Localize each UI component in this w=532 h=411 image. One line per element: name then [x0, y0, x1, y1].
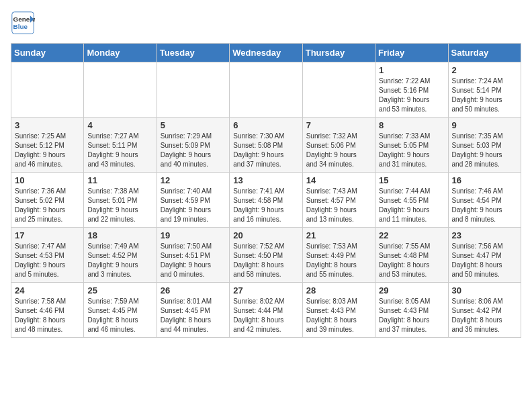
calendar-day: [302, 62, 375, 118]
calendar-day: 15Sunrise: 7:44 AM Sunset: 4:55 PM Dayli…: [375, 173, 448, 228]
calendar-day: [230, 62, 302, 118]
day-info: Sunrise: 8:03 AM Sunset: 4:43 PM Dayligh…: [306, 297, 371, 334]
day-number: 23: [452, 230, 517, 240]
day-number: 4: [87, 120, 152, 130]
day-number: 17: [15, 230, 80, 240]
calendar-day: 14Sunrise: 7:43 AM Sunset: 4:57 PM Dayli…: [302, 173, 375, 228]
day-number: 7: [306, 120, 371, 130]
day-info: Sunrise: 7:52 AM Sunset: 4:50 PM Dayligh…: [233, 242, 298, 279]
calendar-day: [84, 62, 157, 118]
day-info: Sunrise: 7:27 AM Sunset: 5:11 PM Dayligh…: [87, 132, 152, 169]
calendar-day: 22Sunrise: 7:55 AM Sunset: 4:48 PM Dayli…: [375, 228, 448, 283]
day-number: 18: [87, 230, 152, 240]
day-info: Sunrise: 7:55 AM Sunset: 4:48 PM Dayligh…: [379, 242, 444, 279]
calendar-day: 10Sunrise: 7:36 AM Sunset: 5:02 PM Dayli…: [11, 173, 84, 228]
calendar-day: 23Sunrise: 7:56 AM Sunset: 4:47 PM Dayli…: [448, 228, 521, 283]
day-info: Sunrise: 7:49 AM Sunset: 4:52 PM Dayligh…: [87, 242, 152, 279]
calendar-day: 17Sunrise: 7:47 AM Sunset: 4:53 PM Dayli…: [11, 228, 84, 283]
day-number: 28: [306, 285, 371, 295]
day-info: Sunrise: 7:38 AM Sunset: 5:01 PM Dayligh…: [87, 187, 152, 224]
calendar-day: 29Sunrise: 8:05 AM Sunset: 4:43 PM Dayli…: [375, 283, 448, 338]
day-number: 27: [233, 285, 298, 295]
calendar-day: 19Sunrise: 7:50 AM Sunset: 4:51 PM Dayli…: [157, 228, 229, 283]
calendar-day: 27Sunrise: 8:02 AM Sunset: 4:44 PM Dayli…: [230, 283, 302, 338]
calendar-day: 11Sunrise: 7:38 AM Sunset: 5:01 PM Dayli…: [84, 173, 157, 228]
day-number: 29: [379, 285, 444, 295]
calendar-day: [11, 62, 84, 118]
day-header-thursday: Thursday: [302, 44, 375, 62]
day-number: 13: [233, 175, 298, 185]
logo: General Blue: [11, 11, 35, 35]
svg-text:Blue: Blue: [13, 23, 28, 30]
day-number: 19: [161, 230, 226, 240]
calendar-day: 3Sunrise: 7:25 AM Sunset: 5:12 PM Daylig…: [11, 118, 84, 173]
day-number: 2: [452, 65, 517, 75]
day-number: 22: [379, 230, 444, 240]
day-info: Sunrise: 7:22 AM Sunset: 5:16 PM Dayligh…: [379, 77, 444, 114]
day-number: 21: [306, 230, 371, 240]
calendar-day: 20Sunrise: 7:52 AM Sunset: 4:50 PM Dayli…: [230, 228, 302, 283]
calendar-day: 4Sunrise: 7:27 AM Sunset: 5:11 PM Daylig…: [84, 118, 157, 173]
page-header: General Blue: [11, 11, 521, 35]
day-info: Sunrise: 7:35 AM Sunset: 5:03 PM Dayligh…: [452, 132, 517, 169]
calendar-day: 30Sunrise: 8:06 AM Sunset: 4:42 PM Dayli…: [448, 283, 521, 338]
day-info: Sunrise: 7:59 AM Sunset: 4:45 PM Dayligh…: [87, 297, 152, 334]
day-number: 15: [379, 175, 444, 185]
day-info: Sunrise: 8:02 AM Sunset: 4:44 PM Dayligh…: [233, 297, 298, 334]
calendar-header-row: SundayMondayTuesdayWednesdayThursdayFrid…: [11, 44, 521, 62]
day-info: Sunrise: 8:05 AM Sunset: 4:43 PM Dayligh…: [379, 297, 444, 334]
calendar-day: [157, 62, 229, 118]
day-info: Sunrise: 7:36 AM Sunset: 5:02 PM Dayligh…: [15, 187, 80, 224]
day-info: Sunrise: 7:53 AM Sunset: 4:49 PM Dayligh…: [306, 242, 371, 279]
calendar-day: 28Sunrise: 8:03 AM Sunset: 4:43 PM Dayli…: [302, 283, 375, 338]
day-header-monday: Monday: [84, 44, 157, 62]
calendar-day: 13Sunrise: 7:41 AM Sunset: 4:58 PM Dayli…: [230, 173, 302, 228]
day-number: 24: [15, 285, 80, 295]
day-info: Sunrise: 7:56 AM Sunset: 4:47 PM Dayligh…: [452, 242, 517, 279]
day-header-saturday: Saturday: [448, 44, 521, 62]
calendar-day: 2Sunrise: 7:24 AM Sunset: 5:14 PM Daylig…: [448, 62, 521, 118]
calendar-day: 5Sunrise: 7:29 AM Sunset: 5:09 PM Daylig…: [157, 118, 229, 173]
day-info: Sunrise: 7:43 AM Sunset: 4:57 PM Dayligh…: [306, 187, 371, 224]
day-number: 25: [87, 285, 152, 295]
calendar-day: 1Sunrise: 7:22 AM Sunset: 5:16 PM Daylig…: [375, 62, 448, 118]
calendar-week-row: 3Sunrise: 7:25 AM Sunset: 5:12 PM Daylig…: [11, 118, 521, 173]
day-info: Sunrise: 7:40 AM Sunset: 4:59 PM Dayligh…: [161, 187, 226, 224]
calendar-day: 9Sunrise: 7:35 AM Sunset: 5:03 PM Daylig…: [448, 118, 521, 173]
day-info: Sunrise: 7:29 AM Sunset: 5:09 PM Dayligh…: [161, 132, 226, 169]
calendar-week-row: 10Sunrise: 7:36 AM Sunset: 5:02 PM Dayli…: [11, 173, 521, 228]
calendar-day: 7Sunrise: 7:32 AM Sunset: 5:06 PM Daylig…: [302, 118, 375, 173]
day-info: Sunrise: 7:46 AM Sunset: 4:54 PM Dayligh…: [452, 187, 517, 224]
day-info: Sunrise: 8:01 AM Sunset: 4:45 PM Dayligh…: [161, 297, 226, 334]
day-info: Sunrise: 7:25 AM Sunset: 5:12 PM Dayligh…: [15, 132, 80, 169]
calendar-day: 16Sunrise: 7:46 AM Sunset: 4:54 PM Dayli…: [448, 173, 521, 228]
calendar-week-row: 1Sunrise: 7:22 AM Sunset: 5:16 PM Daylig…: [11, 62, 521, 118]
day-number: 30: [452, 285, 517, 295]
day-number: 20: [233, 230, 298, 240]
day-info: Sunrise: 7:33 AM Sunset: 5:05 PM Dayligh…: [379, 132, 444, 169]
day-number: 5: [161, 120, 226, 130]
day-info: Sunrise: 7:30 AM Sunset: 5:08 PM Dayligh…: [233, 132, 298, 169]
calendar-day: 21Sunrise: 7:53 AM Sunset: 4:49 PM Dayli…: [302, 228, 375, 283]
day-info: Sunrise: 7:32 AM Sunset: 5:06 PM Dayligh…: [306, 132, 371, 169]
day-number: 16: [452, 175, 517, 185]
calendar-week-row: 17Sunrise: 7:47 AM Sunset: 4:53 PM Dayli…: [11, 228, 521, 283]
calendar-day: 25Sunrise: 7:59 AM Sunset: 4:45 PM Dayli…: [84, 283, 157, 338]
day-info: Sunrise: 7:47 AM Sunset: 4:53 PM Dayligh…: [15, 242, 80, 279]
day-info: Sunrise: 7:50 AM Sunset: 4:51 PM Dayligh…: [161, 242, 226, 279]
day-number: 3: [15, 120, 80, 130]
day-number: 9: [452, 120, 517, 130]
day-info: Sunrise: 7:24 AM Sunset: 5:14 PM Dayligh…: [452, 77, 517, 114]
day-info: Sunrise: 8:06 AM Sunset: 4:42 PM Dayligh…: [452, 297, 517, 334]
calendar-day: 18Sunrise: 7:49 AM Sunset: 4:52 PM Dayli…: [84, 228, 157, 283]
day-number: 12: [161, 175, 226, 185]
day-number: 8: [379, 120, 444, 130]
calendar-day: 26Sunrise: 8:01 AM Sunset: 4:45 PM Dayli…: [157, 283, 229, 338]
day-info: Sunrise: 7:41 AM Sunset: 4:58 PM Dayligh…: [233, 187, 298, 224]
day-number: 26: [161, 285, 226, 295]
calendar-day: 12Sunrise: 7:40 AM Sunset: 4:59 PM Dayli…: [157, 173, 229, 228]
day-header-sunday: Sunday: [11, 44, 84, 62]
calendar-week-row: 24Sunrise: 7:58 AM Sunset: 4:46 PM Dayli…: [11, 283, 521, 338]
day-header-wednesday: Wednesday: [230, 44, 302, 62]
day-number: 1: [379, 65, 444, 75]
